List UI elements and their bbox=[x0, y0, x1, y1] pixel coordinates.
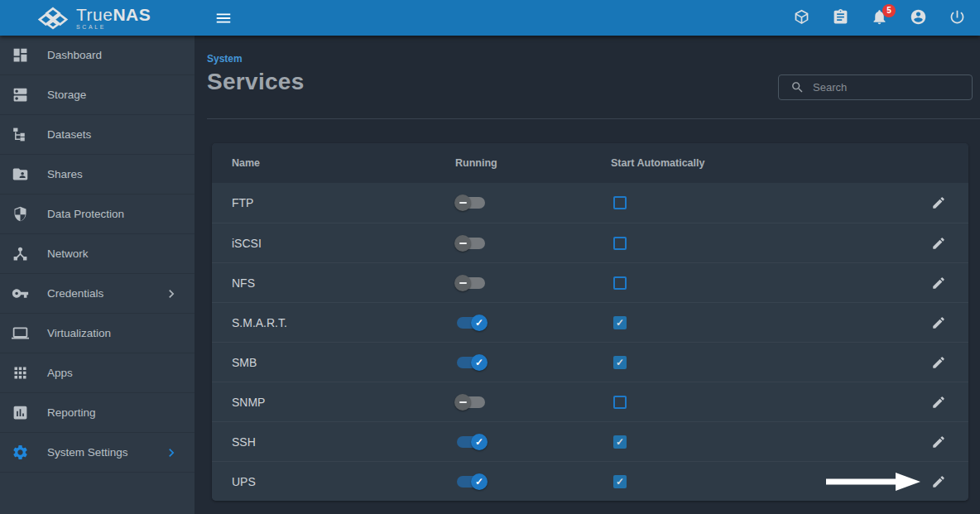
key-icon bbox=[12, 285, 29, 302]
ftp-edit-button[interactable] bbox=[929, 193, 949, 213]
truenas-logo[interactable]: TrueNAS SCALE bbox=[0, 0, 195, 36]
toggle-check-icon: ✓ bbox=[471, 434, 488, 450]
service-name: SMB bbox=[232, 356, 455, 369]
power-icon bbox=[949, 8, 966, 28]
service-row-snmp: SNMP bbox=[212, 382, 968, 421]
search-input[interactable] bbox=[813, 81, 965, 94]
toggle-dash-icon bbox=[454, 235, 471, 252]
truenas-logo-icon bbox=[36, 7, 70, 30]
edit-icon bbox=[931, 395, 946, 410]
ssh-edit-button[interactable] bbox=[929, 432, 949, 452]
dashboard-icon bbox=[12, 46, 29, 64]
sidebar: DashboardStorageDatasetsSharesData Prote… bbox=[0, 36, 195, 514]
sidebar-item-label: Shares bbox=[47, 168, 83, 180]
iscsi-start-auto-checkbox[interactable] bbox=[613, 237, 627, 250]
sidebar-item-reporting[interactable]: Reporting bbox=[0, 393, 195, 433]
smb-start-auto-checkbox[interactable]: ✓ bbox=[613, 356, 627, 369]
toggle-check-icon: ✓ bbox=[471, 354, 488, 371]
s-m-a-r-t-edit-button[interactable] bbox=[929, 313, 949, 333]
column-header-start-automatically: Start Automatically bbox=[611, 157, 919, 169]
snmp-running-toggle[interactable] bbox=[457, 396, 485, 408]
service-name: SSH bbox=[232, 435, 455, 449]
sidebar-item-label: Network bbox=[47, 247, 89, 260]
service-name: NFS bbox=[232, 276, 455, 290]
nfs-running-toggle[interactable] bbox=[457, 277, 485, 289]
sidebar-item-label: Credentials bbox=[47, 287, 103, 300]
search-box bbox=[778, 74, 973, 100]
header-divider bbox=[207, 118, 980, 119]
edit-icon bbox=[931, 276, 946, 291]
sidebar-item-shares[interactable]: Shares bbox=[0, 155, 195, 195]
ftp-start-auto-checkbox[interactable] bbox=[613, 196, 627, 209]
sidebar-item-apps[interactable]: Apps bbox=[0, 353, 195, 393]
service-name: SNMP bbox=[232, 396, 455, 409]
table-header-row: NameRunningStart Automatically bbox=[212, 143, 968, 183]
sidebar-item-label: System Settings bbox=[47, 446, 128, 459]
power-button[interactable] bbox=[948, 9, 966, 27]
account-button[interactable] bbox=[909, 9, 927, 27]
assignment-icon bbox=[832, 8, 849, 28]
logo-bold: NAS bbox=[113, 5, 151, 24]
logo-edition: SCALE bbox=[76, 24, 151, 30]
sidebar-item-label: Dashboard bbox=[47, 49, 102, 61]
edit-icon bbox=[931, 315, 946, 330]
ssh-running-toggle[interactable]: ✓ bbox=[457, 436, 485, 448]
service-row-ups: UPS✓✓ bbox=[212, 461, 968, 501]
snmp-edit-button[interactable] bbox=[929, 392, 949, 412]
edit-icon bbox=[931, 435, 946, 449]
hamburger-icon bbox=[214, 9, 233, 27]
sidebar-item-label: Datasets bbox=[47, 128, 91, 141]
service-row-ftp: FTP bbox=[212, 183, 968, 223]
toggle-check-icon: ✓ bbox=[471, 315, 488, 331]
topbar-actions: 5 bbox=[792, 9, 980, 27]
sidebar-item-data-protection[interactable]: Data Protection bbox=[0, 195, 195, 234]
column-header-running: Running bbox=[455, 157, 611, 169]
chevron-right-icon bbox=[163, 286, 180, 302]
sidebar-item-datasets[interactable]: Datasets bbox=[0, 115, 195, 155]
sidebar-item-dashboard[interactable]: Dashboard bbox=[0, 36, 195, 75]
sidebar-item-storage[interactable]: Storage bbox=[0, 75, 195, 115]
shield-icon bbox=[12, 205, 29, 223]
s-m-a-r-t-running-toggle[interactable]: ✓ bbox=[457, 317, 485, 329]
logo-text: TrueNAS SCALE bbox=[76, 6, 151, 30]
report-icon bbox=[12, 404, 29, 421]
chevron-right-icon bbox=[163, 444, 180, 461]
jobs-button[interactable] bbox=[831, 9, 849, 27]
edit-icon bbox=[931, 474, 946, 489]
s-m-a-r-t-start-auto-checkbox[interactable]: ✓ bbox=[613, 316, 627, 329]
breadcrumb[interactable]: System bbox=[207, 53, 243, 65]
storage-icon bbox=[12, 86, 29, 103]
ups-running-toggle[interactable]: ✓ bbox=[457, 476, 485, 488]
service-name: UPS bbox=[232, 475, 455, 488]
sidebar-item-system-settings[interactable]: System Settings bbox=[0, 433, 195, 473]
ups-edit-button[interactable] bbox=[929, 472, 949, 492]
sidebar-item-label: Virtualization bbox=[47, 327, 111, 339]
edit-icon bbox=[931, 195, 946, 210]
ssh-start-auto-checkbox[interactable]: ✓ bbox=[613, 435, 627, 449]
iscsi-edit-button[interactable] bbox=[929, 233, 949, 253]
service-row-smb: SMB✓✓ bbox=[212, 342, 968, 382]
nfs-edit-button[interactable] bbox=[929, 273, 949, 293]
datasets-icon bbox=[12, 126, 29, 143]
ups-start-auto-checkbox[interactable]: ✓ bbox=[613, 475, 627, 488]
sidebar-item-network[interactable]: Network bbox=[0, 234, 195, 274]
smb-running-toggle[interactable]: ✓ bbox=[457, 357, 485, 368]
nfs-start-auto-checkbox[interactable] bbox=[613, 276, 627, 290]
menu-button[interactable] bbox=[214, 8, 233, 28]
alerts-button[interactable]: 5 bbox=[870, 9, 888, 27]
toggle-dash-icon bbox=[454, 275, 471, 291]
logo-primary: True bbox=[76, 5, 113, 24]
topbar: TrueNAS SCALE 5 bbox=[0, 0, 980, 36]
sidebar-item-credentials[interactable]: Credentials bbox=[0, 274, 195, 314]
ftp-running-toggle[interactable] bbox=[457, 197, 485, 209]
toggle-dash-icon bbox=[454, 195, 471, 211]
sidebar-item-virtualization[interactable]: Virtualization bbox=[0, 314, 195, 353]
service-name: S.M.A.R.T. bbox=[232, 316, 455, 329]
smb-edit-button[interactable] bbox=[929, 353, 949, 372]
services-table: NameRunningStart Automatically FTPiSCSIN… bbox=[212, 143, 968, 501]
truecommand-button[interactable] bbox=[792, 9, 810, 27]
toggle-check-icon: ✓ bbox=[471, 473, 488, 490]
iscsi-running-toggle[interactable] bbox=[457, 238, 485, 249]
snmp-start-auto-checkbox[interactable] bbox=[613, 396, 627, 409]
shares-icon bbox=[12, 166, 29, 183]
